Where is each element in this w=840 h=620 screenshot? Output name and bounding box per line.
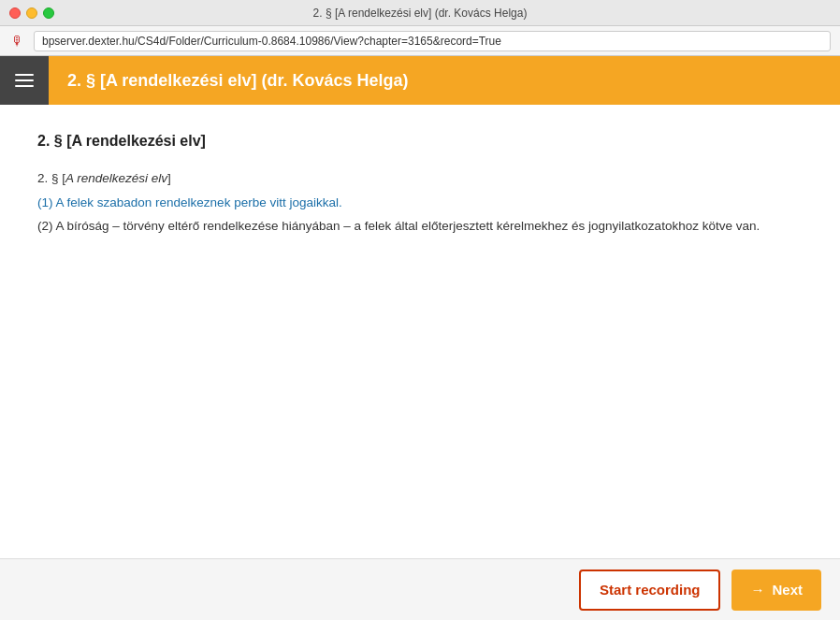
hamburger-line-3 xyxy=(15,85,34,87)
content-body: 2. § [A rendelkezési elv] (1) A felek sz… xyxy=(37,168,803,237)
paragraph3-text: (2) A bíróság – törvény eltérő rendelkez… xyxy=(37,219,760,233)
close-button[interactable] xyxy=(9,7,21,19)
paragraph1-prefix: 2. § [ xyxy=(37,171,65,185)
start-recording-button[interactable]: Start recording xyxy=(579,570,721,611)
page-title: 2. § [A rendelkezési elv] (dr. Kovács He… xyxy=(49,71,427,91)
paragraph-3: (2) A bíróság – törvény eltérő rendelkez… xyxy=(37,216,803,237)
address-bar: 🎙 xyxy=(0,26,840,56)
microphone-icon: 🎙 xyxy=(9,33,26,50)
arrow-right-icon: → xyxy=(750,582,764,598)
window-title: 2. § [A rendelkezési elv] (dr. Kovács He… xyxy=(313,7,528,20)
next-label: Next xyxy=(772,582,803,598)
window-titlebar: 2. § [A rendelkezési elv] (dr. Kovács He… xyxy=(0,0,840,26)
hamburger-icon xyxy=(15,74,34,87)
main-content: 2. § [A rendelkezési elv] 2. § [A rendel… xyxy=(0,105,840,558)
hamburger-line-2 xyxy=(15,79,34,81)
hamburger-button[interactable] xyxy=(0,56,49,105)
app-header: 2. § [A rendelkezési elv] (dr. Kovács He… xyxy=(0,56,840,105)
next-button[interactable]: → Next xyxy=(731,570,821,611)
paragraph2-text: (1) A felek szabadon rendelkeznek perbe … xyxy=(37,195,342,209)
bottom-bar: Start recording → Next xyxy=(0,558,840,620)
url-input[interactable] xyxy=(34,31,831,51)
traffic-lights xyxy=(9,7,54,19)
paragraph-1: 2. § [A rendelkezési elv] xyxy=(37,168,803,189)
paragraph-2: (1) A felek szabadon rendelkeznek perbe … xyxy=(37,193,803,213)
hamburger-line-1 xyxy=(15,74,34,76)
app-container: 2. § [A rendelkezési elv] (dr. Kovács He… xyxy=(0,56,840,620)
paragraph1-suffix: ] xyxy=(167,171,171,185)
maximize-button[interactable] xyxy=(43,7,54,19)
minimize-button[interactable] xyxy=(26,7,37,19)
paragraph1-italic: A rendelkezési elv xyxy=(65,171,167,185)
section-title: 2. § [A rendelkezési elv] xyxy=(37,133,803,150)
